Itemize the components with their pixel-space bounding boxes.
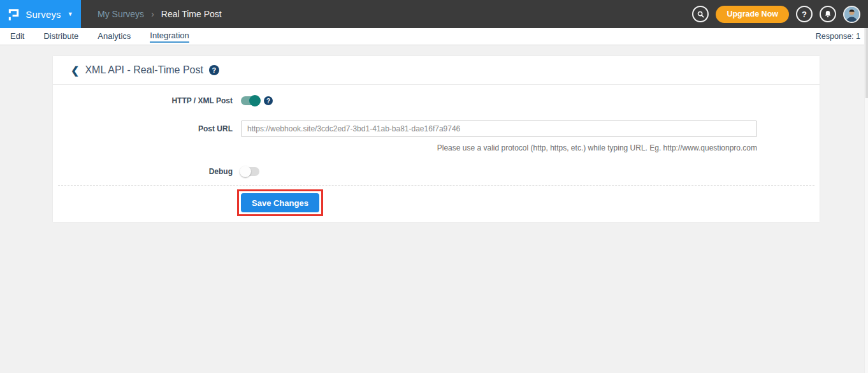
- chevron-down-icon: ▼: [68, 11, 73, 17]
- post-url-input[interactable]: [241, 121, 757, 137]
- http-xml-post-row: HTTP / XML Post ?: [58, 96, 814, 105]
- realtime-post-form: HTTP / XML Post ? Post URL Please use a …: [53, 85, 820, 222]
- upgrade-now-button[interactable]: Upgrade Now: [716, 6, 789, 23]
- toggle-knob: [249, 95, 261, 106]
- highlight-annotation-box: Save Changes: [237, 189, 323, 216]
- post-url-row: Post URL: [58, 121, 814, 137]
- back-icon[interactable]: ❮: [71, 64, 79, 77]
- topnav-actions: Upgrade Now ?: [692, 6, 868, 23]
- page-content: ❮ XML API - Real-Time Post ? HTTP / XML …: [0, 45, 868, 373]
- title-help-icon[interactable]: ?: [209, 65, 219, 75]
- breadcrumb: My Surveys › Real Time Post: [98, 9, 222, 19]
- help-button[interactable]: ?: [796, 6, 813, 22]
- tab-distribute[interactable]: Distribute: [43, 31, 78, 42]
- bell-icon: [823, 10, 832, 18]
- product-name: Surveys: [25, 9, 61, 20]
- questionpro-logo-icon: [8, 8, 20, 21]
- product-switcher[interactable]: Surveys ▼: [0, 0, 81, 28]
- card-header: ❮ XML API - Real-Time Post ?: [53, 56, 820, 85]
- post-url-label: Post URL: [58, 124, 233, 133]
- http-xml-post-toggle[interactable]: [241, 96, 259, 105]
- url-protocol-hint: Please use a valid protocol (http, https…: [437, 143, 757, 152]
- survey-tabs-bar: Edit Distribute Analytics Integration Re…: [0, 28, 868, 45]
- page-title: XML API - Real-Time Post: [85, 64, 203, 76]
- toggle-knob: [240, 166, 251, 177]
- search-button[interactable]: [692, 6, 709, 22]
- top-navbar: Surveys ▼ My Surveys › Real Time Post Up…: [0, 0, 868, 28]
- url-hint-row: Please use a valid protocol (http, https…: [58, 142, 757, 153]
- tab-edit[interactable]: Edit: [10, 31, 24, 42]
- question-mark-icon: ?: [802, 10, 807, 19]
- http-xml-post-label: HTTP / XML Post: [58, 96, 233, 105]
- http-xml-post-help-icon[interactable]: ?: [264, 96, 273, 105]
- tab-integration[interactable]: Integration: [150, 31, 189, 43]
- scrollbar-thumb[interactable]: [865, 28, 868, 98]
- debug-row: Debug: [58, 167, 814, 176]
- save-changes-button[interactable]: Save Changes: [241, 193, 319, 212]
- user-avatar[interactable]: [843, 6, 860, 23]
- form-footer: Save Changes: [58, 186, 814, 222]
- integration-settings-card: ❮ XML API - Real-Time Post ? HTTP / XML …: [53, 56, 820, 222]
- debug-label: Debug: [58, 167, 233, 176]
- debug-toggle[interactable]: [241, 167, 259, 176]
- page-scrollbar[interactable]: [864, 28, 868, 373]
- notifications-button[interactable]: [820, 6, 836, 22]
- response-count: Response: 1: [816, 32, 868, 41]
- tab-analytics[interactable]: Analytics: [98, 31, 131, 42]
- breadcrumb-separator-icon: ›: [151, 9, 154, 19]
- breadcrumb-current-survey: Real Time Post: [161, 9, 222, 19]
- search-icon: [696, 10, 705, 19]
- breadcrumb-my-surveys[interactable]: My Surveys: [98, 9, 144, 19]
